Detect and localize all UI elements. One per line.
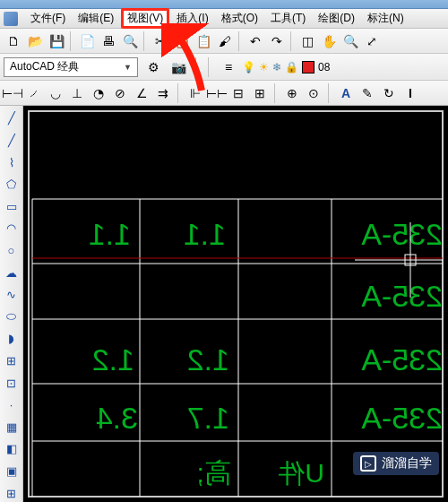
- dim-ordinate-icon[interactable]: ⊥: [68, 84, 86, 102]
- bulb-icon[interactable]: 💡: [242, 61, 255, 74]
- xline-tool[interactable]: ╱: [3, 132, 21, 150]
- menu-edit[interactable]: 编辑(E): [73, 9, 119, 28]
- menu-annotate[interactable]: 标注(N): [362, 9, 409, 28]
- dim-radius-icon[interactable]: ◔: [90, 84, 108, 102]
- menu-bar: 文件(F) 编辑(E) 视图(V) 插入(I) 格式(O) 工具(T) 绘图(D…: [0, 9, 448, 29]
- text-i-icon[interactable]: I: [401, 84, 419, 102]
- layer-manager-button[interactable]: ≡: [219, 57, 238, 77]
- cell-r3c2: 1.2: [187, 342, 229, 376]
- copy-button[interactable]: 📋: [172, 31, 192, 51]
- dim-update-icon[interactable]: ↻: [380, 84, 398, 102]
- cell-r1c3: 235-A: [361, 217, 443, 251]
- dim-edit-icon[interactable]: ✎: [358, 84, 376, 102]
- polyline-tool[interactable]: ⌇: [3, 153, 21, 171]
- line-tool[interactable]: ╱: [3, 109, 21, 127]
- separator: [208, 57, 211, 77]
- workspace-select[interactable]: AutoCAD 经典 ▼: [4, 57, 138, 77]
- work-area: ╱ ╱ ⌇ ⬠ ▭ ◠ ○ ☁ ∿ ⬭ ◗ ⊞ ⊡ · ▦ ◧ ▣ ⊞: [0, 106, 448, 502]
- arc-tool[interactable]: ◠: [3, 220, 21, 238]
- draw-toolbar: ╱ ╱ ⌇ ⬠ ▭ ◠ ○ ☁ ∿ ⬭ ◗ ⊞ ⊡ · ▦ ◧ ▣ ⊞: [0, 106, 23, 502]
- cell-r3c3: 235-A: [361, 342, 443, 376]
- paste-button[interactable]: 📋: [194, 31, 213, 51]
- redo-button[interactable]: ↷: [267, 31, 287, 51]
- lock-icon[interactable]: 🔒: [285, 61, 298, 74]
- cell-r2c3: 235-A: [361, 279, 443, 313]
- save-button[interactable]: 💾: [47, 31, 66, 51]
- cell-bottom-note: 高;: [197, 458, 231, 488]
- play-icon: ▷: [360, 455, 376, 472]
- open-button[interactable]: 📂: [25, 31, 45, 51]
- style-toolbar: AutoCAD 经典 ▼ ⚙ 📷 ≡ 💡 ☀ ❄ 🔒 08: [0, 54, 448, 81]
- watermark: ▷ 溜溜自学: [353, 452, 439, 475]
- text-a-icon[interactable]: A: [337, 84, 355, 102]
- spline-tool[interactable]: ∿: [3, 286, 21, 304]
- new-button[interactable]: 🗋: [4, 31, 23, 51]
- table-tool[interactable]: ⊞: [3, 484, 21, 502]
- make-block-tool[interactable]: ⊡: [3, 374, 21, 392]
- dim-diameter-icon[interactable]: ⊘: [111, 84, 129, 102]
- plot-button[interactable]: 🖶: [99, 31, 118, 51]
- cell-r1c2: 1.1: [184, 217, 226, 251]
- dimension-toolbar: ⊢⊣ ⟋ ◡ ⊥ ◔ ⊘ ∠ ⇉ ⊩ ⊢⊢ ⊟ ⊞ ⊕ ⊙ A ✎ ↻ I: [0, 81, 448, 106]
- tolerance-icon[interactable]: ⊕: [283, 84, 301, 102]
- drawing-canvas[interactable]: 1.1 1.1 235-A 235-A 1.2 1.2 235-A 3.4 1.…: [23, 106, 448, 502]
- dim-quick-icon[interactable]: ⇉: [154, 84, 172, 102]
- dim-angular-icon[interactable]: ∠: [133, 84, 151, 102]
- preview-button[interactable]: 🔍: [120, 31, 140, 51]
- dim-spacing-icon[interactable]: ⊟: [229, 84, 247, 102]
- point-tool[interactable]: ·: [3, 396, 21, 414]
- separator: [328, 83, 332, 103]
- separator: [70, 31, 73, 51]
- cell-r1c1: 1.1: [89, 217, 131, 251]
- zoom-extents-button[interactable]: ⤢: [362, 31, 382, 51]
- center-mark-icon[interactable]: ⊙: [305, 84, 323, 102]
- menu-draw[interactable]: 绘图(D): [313, 9, 360, 28]
- menu-insert[interactable]: 插入(I): [171, 9, 213, 28]
- ellipse-arc-tool[interactable]: ◗: [3, 330, 21, 348]
- separator: [143, 31, 147, 51]
- hatch-tool[interactable]: ▦: [3, 419, 21, 437]
- freeze-icon[interactable]: ❄: [272, 61, 281, 74]
- rectangle-tool[interactable]: ▭: [3, 197, 21, 215]
- gradient-tool[interactable]: ◧: [3, 440, 21, 458]
- app-icon: [4, 12, 18, 26]
- circle-tool[interactable]: ○: [3, 242, 21, 260]
- title-bar: [0, 0, 448, 9]
- layer-color-swatch[interactable]: [302, 61, 314, 74]
- sheet-button[interactable]: 📄: [77, 31, 97, 51]
- layer-controls: ≡ 💡 ☀ ❄ 🔒 08: [219, 57, 330, 77]
- dim-baseline-icon[interactable]: ⊩: [186, 84, 204, 102]
- dim-linear-icon[interactable]: ⊢⊣: [4, 84, 22, 102]
- match-button[interactable]: 🖌: [215, 31, 235, 51]
- undo-button[interactable]: ↶: [246, 31, 265, 51]
- dim-break-icon[interactable]: ⊞: [251, 84, 269, 102]
- drawing-svg: 1.1 1.1 235-A 235-A 1.2 1.2 235-A 3.4 1.…: [23, 106, 448, 502]
- separator: [195, 57, 199, 77]
- menu-tools[interactable]: 工具(T): [265, 9, 311, 28]
- gear-button[interactable]: ⚙: [143, 57, 163, 77]
- separator: [290, 31, 294, 51]
- menu-view[interactable]: 视图(V): [121, 8, 169, 29]
- menu-format[interactable]: 格式(O): [216, 9, 263, 28]
- dim-aligned-icon[interactable]: ⟋: [25, 84, 43, 102]
- camera-button[interactable]: 📷: [168, 57, 188, 77]
- sun-icon[interactable]: ☀: [259, 61, 269, 74]
- workspace-label: AutoCAD 经典: [10, 59, 79, 74]
- insert-block-tool[interactable]: ⊞: [3, 352, 21, 370]
- menu-file[interactable]: 文件(F): [25, 9, 71, 28]
- block-button[interactable]: ◫: [297, 31, 317, 51]
- region-tool[interactable]: ▣: [3, 463, 21, 480]
- cell-r4c1: 3.4: [96, 401, 138, 435]
- layer-name-label: 08: [318, 61, 330, 74]
- zoom-button[interactable]: 🔍: [340, 31, 360, 51]
- cut-button[interactable]: ✂: [151, 31, 170, 51]
- ellipse-tool[interactable]: ⬭: [3, 307, 21, 325]
- cell-r4c2: 1.7: [187, 401, 229, 435]
- revcloud-tool[interactable]: ☁: [3, 264, 21, 281]
- dim-continue-icon[interactable]: ⊢⊢: [208, 84, 226, 102]
- watermark-text: 溜溜自学: [382, 455, 432, 472]
- dim-arc-icon[interactable]: ◡: [47, 84, 65, 102]
- polygon-tool[interactable]: ⬠: [3, 176, 21, 194]
- cell-r3c1: 1.2: [92, 342, 134, 376]
- pan-button[interactable]: ✋: [319, 31, 339, 51]
